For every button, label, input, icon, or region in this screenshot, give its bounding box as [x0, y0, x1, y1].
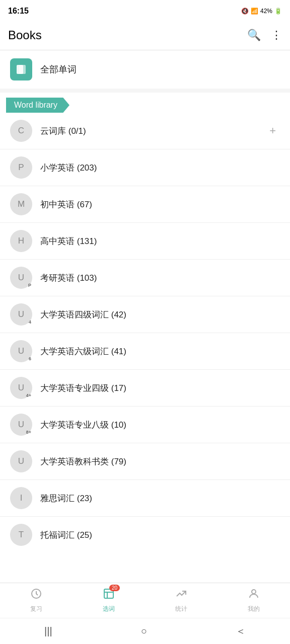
status-bar: 16:15 🔇 📶 42% 🔋 [0, 0, 290, 20]
library-item-chuzhong[interactable]: M初中英语 (67) [0, 186, 290, 223]
word-library-banner: Word library [0, 93, 290, 113]
library-item-yunci[interactable]: C云词库 (0/1)+ [0, 113, 290, 149]
nav-badge-select: 20 [109, 585, 120, 591]
avatar-cet6: U6 [10, 340, 32, 362]
nav-icon-mine [248, 590, 260, 602]
bottom-nav: 复习 20选词 统计 我的 [0, 583, 290, 618]
avatar-tec8: U8+ [10, 414, 32, 436]
avatar-xiaoxue: P [10, 156, 32, 179]
nav-item-review[interactable]: 复习 [0, 584, 72, 617]
nav-item-mine[interactable]: 我的 [218, 584, 290, 617]
back-button[interactable]: ＜ [226, 619, 256, 643]
library-item-textbook[interactable]: U大学英语教科书类 (79) [0, 443, 290, 480]
nav-icon-stats [175, 590, 187, 602]
item-label-toefl: 托福词汇 (25) [40, 529, 280, 541]
app-bar: Books 🔍 ⋮ [0, 20, 290, 50]
all-words-item[interactable]: 全部单词 [0, 50, 290, 89]
battery-indicator: 42% [260, 8, 272, 15]
avatar-yunci: C [10, 120, 32, 142]
all-words-label: 全部单词 [40, 63, 77, 75]
item-label-textbook: 大学英语教科书类 (79) [40, 456, 280, 467]
more-button[interactable]: ⋮ [271, 29, 282, 42]
battery-icon: 🔋 [274, 8, 282, 15]
svg-rect-1 [19, 65, 26, 74]
library-list: C云词库 (0/1)+P小学英语 (203)M初中英语 (67)H高中英语 (1… [0, 113, 290, 583]
book-icon [10, 58, 32, 80]
library-item-tec4[interactable]: U4+大学英语专业四级 (17) [0, 370, 290, 407]
word-library-tag: Word library [6, 98, 69, 113]
nav-item-stats[interactable]: 统计 [145, 584, 218, 617]
nav-label-review: 复习 [30, 605, 42, 613]
search-button[interactable]: 🔍 [247, 29, 261, 42]
app-bar-actions: 🔍 ⋮ [247, 29, 282, 42]
library-item-cet6[interactable]: U6大学英语六级词汇 (41) [0, 333, 290, 370]
avatar-tec4: U4+ [10, 377, 32, 399]
library-item-xiaoxue[interactable]: P小学英语 (203) [0, 149, 290, 186]
recent-apps-button[interactable]: ||| [34, 620, 62, 642]
svg-point-6 [252, 590, 256, 594]
library-item-ielts[interactable]: I雅思词汇 (23) [0, 480, 290, 517]
avatar-toefl: T [10, 524, 32, 546]
nav-label-select: 选词 [103, 605, 115, 613]
item-label-yunci: 云词库 (0/1) [40, 125, 265, 137]
nav-item-select[interactable]: 20选词 [72, 584, 145, 617]
avatar-ielts: I [10, 487, 32, 509]
library-item-kaoyan[interactable]: UP考研英语 (103) [0, 260, 290, 296]
status-icons: 🔇 📶 42% 🔋 [241, 8, 282, 15]
avatar-textbook: U [10, 450, 32, 472]
app-title: Books [8, 28, 42, 42]
nav-icon-review [30, 590, 42, 602]
library-item-gaozhong[interactable]: H高中英语 (131) [0, 223, 290, 260]
add-button-yunci[interactable]: + [265, 122, 280, 139]
item-label-chuzhong: 初中英语 (67) [40, 199, 280, 210]
item-label-tec8: 大学英语专业八级 (10) [40, 419, 280, 431]
nav-label-stats: 统计 [175, 605, 187, 613]
item-label-kaoyan: 考研英语 (103) [40, 272, 280, 284]
avatar-gaozhong: H [10, 230, 32, 252]
signal-icon: 📶 [251, 8, 258, 15]
mute-icon: 🔇 [241, 8, 249, 15]
android-nav: ||| ○ ＜ [0, 618, 290, 644]
avatar-cet4: U4 [10, 303, 32, 326]
library-item-tec8[interactable]: U8+大学英语专业八级 (10) [0, 407, 290, 443]
library-item-cet4[interactable]: U4大学英语四级词汇 (42) [0, 296, 290, 333]
all-words-section: 全部单词 [0, 50, 290, 89]
nav-icon-select [103, 590, 115, 602]
item-label-xiaoxue: 小学英语 (203) [40, 162, 280, 174]
home-button[interactable]: ○ [131, 620, 157, 642]
status-time: 16:15 [8, 7, 29, 16]
item-label-gaozhong: 高中英语 (131) [40, 235, 280, 247]
item-label-cet6: 大学英语六级词汇 (41) [40, 346, 280, 357]
item-label-cet4: 大学英语四级词汇 (42) [40, 309, 280, 320]
avatar-chuzhong: M [10, 193, 32, 215]
avatar-kaoyan: UP [10, 267, 32, 289]
nav-label-mine: 我的 [248, 605, 260, 613]
library-item-toefl[interactable]: T托福词汇 (25) [0, 517, 290, 553]
item-label-tec4: 大学英语专业四级 (17) [40, 382, 280, 394]
item-label-ielts: 雅思词汇 (23) [40, 493, 280, 504]
